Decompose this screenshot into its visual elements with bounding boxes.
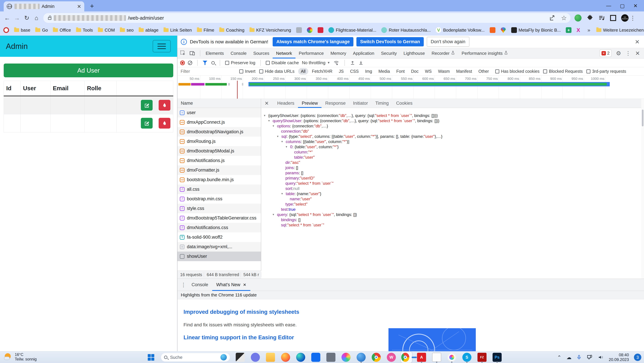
- throttling-select[interactable]: No throttling▼: [302, 60, 330, 65]
- devtools-close-icon[interactable]: ✕: [635, 50, 640, 57]
- tab-close-icon[interactable]: ✕: [77, 4, 81, 10]
- filter-type-img[interactable]: Img: [362, 68, 375, 75]
- devtools-tab-performance[interactable]: Performance: [296, 48, 327, 59]
- device-toolbar-icon[interactable]: [189, 50, 196, 57]
- filter-type-all[interactable]: All: [298, 68, 308, 75]
- taskbar-clock[interactable]: 08:4020.09.2023: [609, 352, 629, 362]
- tray-chevron-icon[interactable]: ⌃: [557, 354, 562, 360]
- preview-tab-initiator[interactable]: Initiator: [349, 99, 372, 108]
- bookmark-item[interactable]: [490, 27, 496, 33]
- taskbar-app-file-explorer[interactable]: [265, 352, 276, 362]
- delete-user-button[interactable]: [159, 100, 170, 111]
- filter-type-font[interactable]: Font: [394, 68, 407, 75]
- home-icon[interactable]: ⌂: [32, 15, 41, 22]
- filter-type-media[interactable]: Media: [376, 68, 392, 75]
- devtools-tab-console[interactable]: Console: [227, 48, 250, 59]
- expander-icon[interactable]: ▾: [264, 113, 268, 118]
- request-row[interactable]: <>dmxNotifications.js: [178, 156, 261, 165]
- weather-widget[interactable]: 16°CTeilw. sonnig: [4, 352, 36, 361]
- taskbar-app-filezilla[interactable]: FZ: [477, 352, 487, 362]
- taskbar-app-chrome[interactable]: [371, 352, 382, 362]
- extensions-puzzle-icon[interactable]: [586, 15, 593, 21]
- expander-icon[interactable]: ▾: [273, 123, 277, 129]
- drawer-tab-close-icon[interactable]: ✕: [243, 282, 246, 287]
- back-icon[interactable]: ←: [2, 15, 12, 22]
- request-row[interactable]: ≡user: [178, 108, 261, 118]
- json-tree-row[interactable]: name: "user": [262, 196, 442, 201]
- expander-icon[interactable]: ▾: [268, 118, 273, 123]
- reload-icon[interactable]: ↻: [22, 15, 32, 22]
- bookmark-item[interactable]: Flightcase-Material...: [328, 27, 376, 33]
- close-icon[interactable]: ✕: [634, 3, 638, 9]
- bookmark-item[interactable]: [500, 27, 506, 33]
- expander-icon[interactable]: ▾: [273, 212, 277, 217]
- bookmark-item[interactable]: [318, 27, 323, 33]
- bookmark-item[interactable]: base: [14, 28, 30, 33]
- filter-type-fetch-xhr[interactable]: Fetch/XHR: [309, 68, 335, 75]
- scrollbar-thumb[interactable]: [642, 110, 644, 126]
- request-row[interactable]: showUser: [178, 252, 261, 261]
- bookmark-item[interactable]: Tools: [76, 28, 93, 33]
- export-har-icon[interactable]: [358, 60, 364, 66]
- new-tab-button[interactable]: +: [88, 2, 96, 10]
- console-error-badge[interactable]: ✕2: [600, 49, 612, 57]
- has-blocked-cookies-checkbox[interactable]: [495, 69, 499, 74]
- preview-tab-cookies[interactable]: Cookies: [392, 99, 416, 108]
- json-tree-row[interactable]: sql: "select * from `user`": [262, 222, 442, 228]
- bookmark-item[interactable]: [296, 27, 302, 33]
- start-button[interactable]: [148, 354, 154, 361]
- edit-user-button[interactable]: [141, 100, 152, 111]
- request-row[interactable]: Tfa-solid-900.woff2: [178, 232, 261, 242]
- json-tree-row[interactable]: joins: []: [262, 165, 442, 170]
- json-tree-row[interactable]: ▾sql: {type: "select", columns: [{table:…: [262, 134, 442, 139]
- request-row[interactable]: <>bootstrap.bundle.min.js: [178, 175, 261, 185]
- taskbar-app-wampserver[interactable]: W: [386, 352, 396, 362]
- request-row[interactable]: /dmxNotifications.css: [178, 223, 261, 232]
- whats-new-heading-1[interactable]: Improved debugging of missing stylesheet…: [184, 309, 299, 315]
- taskbar-app-photoshop[interactable]: Ps: [492, 352, 502, 362]
- request-row[interactable]: <>dmxAppConnect.js: [178, 118, 261, 127]
- json-tree-row[interactable]: ▾columns: [{table: "user", column: "*"}]: [262, 139, 442, 144]
- minimize-icon[interactable]: —: [606, 3, 611, 9]
- json-tree-row[interactable]: ▾0: {table: "user", column: "*"}: [262, 144, 442, 149]
- whats-new-heading-2[interactable]: Linear timing support in the Easing Edit…: [184, 334, 294, 341]
- taskbar-app-widgets[interactable]: [326, 352, 336, 362]
- devtools-tab-recorder[interactable]: Recorder: [428, 48, 458, 59]
- hide-data-urls-checkbox[interactable]: [259, 69, 263, 74]
- bookmark-item[interactable]: X: [576, 27, 580, 33]
- forward-icon[interactable]: →: [12, 15, 22, 22]
- network-conditions-icon[interactable]: [333, 60, 340, 66]
- expander-icon[interactable]: ▾: [286, 144, 290, 149]
- browser-tab[interactable]: Admin ✕: [4, 1, 84, 12]
- taskbar-app-designer[interactable]: [341, 352, 351, 362]
- preview-tab-response[interactable]: Response: [322, 99, 349, 108]
- profile-avatar[interactable]: CG EVENTS: [621, 14, 628, 22]
- json-tree-row[interactable]: sort: null: [262, 186, 442, 191]
- notification-badge[interactable]: 3: [634, 353, 641, 361]
- delete-user-button[interactable]: [159, 118, 170, 129]
- json-tree-row[interactable]: ▾queryShowUser: {options: {connection: "…: [262, 118, 442, 123]
- taskbar-app-thunderbird[interactable]: [356, 352, 366, 362]
- taskbar-app-avira[interactable]: A: [416, 352, 427, 362]
- bookmark-item[interactable]: MetaFly by Bionic B...: [511, 27, 561, 33]
- maximize-icon[interactable]: ▢: [620, 3, 625, 9]
- json-tree-row[interactable]: primary: "userID": [262, 175, 442, 181]
- taskbar-app-photos[interactable]: [446, 352, 457, 362]
- microphone-icon[interactable]: [576, 354, 582, 360]
- json-tree-row[interactable]: column: "*": [262, 149, 442, 155]
- preview-close-icon[interactable]: ✕: [264, 100, 269, 106]
- bookmark-item[interactable]: VBodenplatte Volksw...: [436, 27, 484, 33]
- devtools-tab-network[interactable]: Network: [273, 48, 295, 59]
- json-tree-row[interactable]: type: "select": [262, 201, 442, 207]
- taskbar-app-notes[interactable]: [432, 352, 442, 362]
- network-overview-timeline[interactable]: 50 ms100 ms150 ms200 ms250 ms300 ms350 m…: [178, 76, 644, 99]
- filter-type-other[interactable]: Other: [476, 68, 492, 75]
- bookmarks-overflow-icon[interactable]: »: [588, 27, 590, 33]
- volume-icon[interactable]: [598, 354, 604, 360]
- devtools-tab-lighthouse[interactable]: Lighthouse: [400, 48, 428, 59]
- json-tree-row[interactable]: table: "user": [262, 155, 442, 160]
- playlist-extension-icon[interactable]: [598, 15, 605, 21]
- import-har-icon[interactable]: [350, 60, 355, 66]
- inspect-element-icon[interactable]: [180, 50, 186, 57]
- bookmark-item[interactable]: [307, 27, 312, 33]
